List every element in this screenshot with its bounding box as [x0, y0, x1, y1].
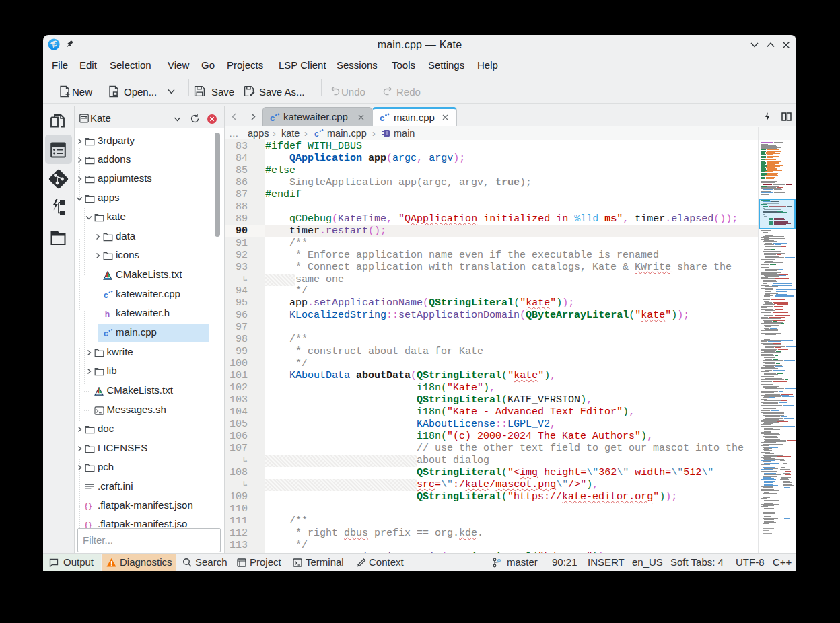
svg-text:c: c	[104, 329, 108, 338]
svg-text:{ }: { }	[85, 503, 92, 510]
svg-text:c: c	[270, 113, 275, 122]
svg-text:c: c	[314, 129, 319, 138]
svg-text:c: c	[104, 291, 108, 299]
svg-text:c: c	[380, 113, 385, 122]
svg-text:h: h	[105, 309, 110, 318]
